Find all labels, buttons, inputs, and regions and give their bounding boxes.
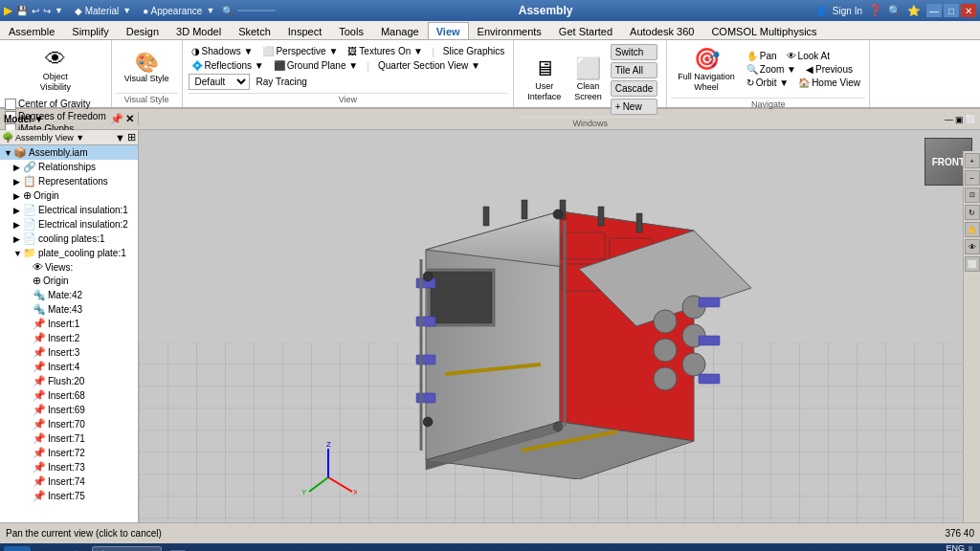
tree-expander[interactable]: ▶ bbox=[13, 177, 23, 187]
user-interface-button[interactable]: 🖥 User Interface bbox=[523, 54, 566, 105]
full-nav-wheel-button[interactable]: 🎯 Full Navigation Wheel bbox=[673, 44, 740, 96]
orbit-button[interactable]: ↻ Orbit ▼ bbox=[744, 77, 791, 89]
search-icon[interactable]: 🔍 bbox=[222, 6, 234, 16]
sidebar-close-icon[interactable]: ✕ bbox=[125, 113, 134, 125]
taskbar-app3[interactable]: 📊 bbox=[164, 546, 191, 551]
sign-in-icon[interactable]: 👤 bbox=[815, 6, 827, 16]
new-button[interactable]: + New bbox=[611, 99, 657, 115]
tab-get-started[interactable]: Get Started bbox=[550, 22, 621, 39]
shadows-button[interactable]: ◑ Shadows ▼ bbox=[189, 45, 256, 57]
quick-access-save[interactable]: 💾 bbox=[16, 6, 28, 16]
tab-view[interactable]: View bbox=[428, 22, 469, 39]
zoom-out-button[interactable]: − bbox=[965, 170, 980, 186]
taskbar-app5[interactable]: 🎵 bbox=[223, 546, 251, 551]
tree-item[interactable]: 📌Insert:72 bbox=[0, 446, 138, 460]
center-of-gravity-checkbox[interactable] bbox=[5, 99, 16, 110]
tree-item[interactable]: 📌Insert:73 bbox=[0, 460, 138, 474]
tree-item[interactable]: ⊕Origin bbox=[0, 274, 138, 288]
tree-item[interactable]: ▶⊕Origin bbox=[0, 188, 138, 203]
tree-item[interactable]: ▶🔗Relationships bbox=[0, 160, 138, 174]
taskbar-app7[interactable]: 🖥 bbox=[282, 546, 307, 551]
viewport-maximize-icon[interactable]: ⬜ bbox=[966, 115, 976, 124]
tree-item[interactable]: ▼📁plate_cooling plate:1 bbox=[0, 246, 138, 260]
slice-graphics-button[interactable]: Slice Graphics bbox=[440, 45, 507, 57]
center-of-gravity-toggle[interactable]: Center of Gravity bbox=[5, 99, 106, 110]
taskbar-inventor[interactable]: 🔧 Assembly bbox=[92, 546, 162, 551]
minimize-button[interactable]: — bbox=[926, 4, 942, 17]
quarter-section-button[interactable]: Quarter Section View ▼ bbox=[375, 59, 483, 72]
zoom-button[interactable]: 🔍 Zoom ▼ bbox=[744, 63, 799, 76]
maximize-button[interactable]: □ bbox=[944, 4, 959, 17]
tree-item[interactable]: 📌Insert:74 bbox=[0, 474, 138, 489]
tree-expander[interactable]: ▶ bbox=[13, 220, 23, 230]
cascade-button[interactable]: Cascade bbox=[611, 80, 657, 97]
tab-comsol[interactable]: COMSOL Multiphysics bbox=[702, 22, 825, 39]
tree-expander[interactable]: ▼ bbox=[4, 148, 13, 158]
tree-item[interactable]: 📌Insert:70 bbox=[0, 417, 138, 431]
tile-all-button[interactable]: Tile All bbox=[611, 62, 657, 78]
taskbar-app8[interactable]: 🔒 bbox=[309, 546, 337, 551]
tab-manage[interactable]: Manage bbox=[372, 22, 428, 39]
ray-tracing-button[interactable]: Ray Tracing bbox=[254, 76, 310, 88]
tab-tools[interactable]: Tools bbox=[330, 22, 372, 39]
tree-item[interactable]: 📌Insert:3 bbox=[0, 345, 138, 360]
tab-simplify[interactable]: Simplify bbox=[63, 22, 118, 39]
tree-item[interactable]: 👁Views: bbox=[0, 260, 138, 274]
tree-item[interactable]: 📌Insert:1 bbox=[0, 317, 138, 331]
tree-expander[interactable]: ▶ bbox=[13, 163, 23, 172]
perspective-button[interactable]: ⬜ Perspective ▼ bbox=[259, 45, 341, 57]
pan-button[interactable]: ✋ Pan bbox=[744, 50, 780, 62]
textures-button[interactable]: 🖼 Textures On ▼ bbox=[345, 45, 426, 57]
tree-expander[interactable]: ▶ bbox=[13, 191, 23, 201]
search-placeholder[interactable] bbox=[237, 10, 276, 11]
tree-item[interactable]: 📌Insert:75 bbox=[0, 489, 138, 503]
tree-item[interactable]: 📌Insert:68 bbox=[0, 388, 138, 403]
previous-button[interactable]: ◀ Previous bbox=[803, 63, 856, 76]
taskbar-browser[interactable]: 🌐 bbox=[62, 546, 90, 551]
ground-plane-button[interactable]: ⬛ Ground Plane ▼ bbox=[271, 59, 361, 72]
filter-icon[interactable]: ▼ bbox=[115, 132, 125, 143]
quick-access-dropdown[interactable]: ▼ bbox=[55, 6, 63, 15]
taskbar-hp-app[interactable]: 🏠 bbox=[33, 546, 60, 551]
quick-access-undo[interactable]: ↩ bbox=[32, 6, 39, 16]
tree-expander[interactable]: ▶ bbox=[13, 234, 23, 244]
tree-item[interactable]: 📌Insert:4 bbox=[0, 360, 138, 374]
tree-item[interactable]: 📌Insert:2 bbox=[0, 331, 138, 345]
taskbar-app6[interactable]: 📺 bbox=[253, 546, 280, 551]
star-icon[interactable]: ⭐ bbox=[907, 5, 921, 17]
visual-style-button[interactable]: 🎨 Visual Style bbox=[120, 48, 174, 87]
search-ribbon-icon[interactable]: 🔍 bbox=[888, 5, 902, 17]
viewport-minimize-icon[interactable]: — bbox=[945, 115, 953, 124]
tree-item[interactable]: ▶📄Electrical insulation:1 bbox=[0, 203, 138, 217]
tree-item[interactable]: 📌Flush:20 bbox=[0, 374, 138, 388]
tree-expander[interactable]: ▶ bbox=[13, 206, 23, 215]
tree-item[interactable]: ▶📄Electrical insulation:2 bbox=[0, 217, 138, 231]
start-button[interactable]: ⊞ bbox=[4, 546, 31, 551]
appearance-style-select[interactable]: Default Realistic Shaded bbox=[189, 74, 250, 90]
home-view-button[interactable]: 🏠 Home View bbox=[795, 77, 863, 89]
tree-expander[interactable]: ▼ bbox=[13, 249, 23, 258]
sign-in-label[interactable]: Sign In bbox=[833, 6, 862, 16]
taskbar-app4[interactable]: 📁 bbox=[193, 546, 221, 551]
rotate-button[interactable]: ↻ bbox=[965, 205, 980, 220]
tab-assemble[interactable]: Assemble bbox=[0, 22, 63, 39]
look-button[interactable]: 👁 bbox=[965, 239, 980, 254]
show-desktop-button[interactable] bbox=[969, 546, 972, 551]
clean-screen-button[interactable]: ⬜ Clean Screen bbox=[569, 54, 607, 105]
object-visibility-button[interactable]: 👁 Object Visibility bbox=[35, 44, 76, 96]
viewport-restore-icon[interactable]: ▣ bbox=[955, 115, 964, 124]
assembly-view-dropdown[interactable]: 🌳 Assembly View ▼ bbox=[2, 132, 113, 143]
close-button[interactable]: ✕ bbox=[961, 4, 976, 17]
sidebar-pin-icon[interactable]: 📌 bbox=[110, 113, 123, 125]
tab-sketch[interactable]: Sketch bbox=[230, 22, 279, 39]
switch-button[interactable]: Switch bbox=[611, 44, 657, 60]
look-at-button[interactable]: 👁 Look At bbox=[784, 50, 833, 62]
reflections-button[interactable]: 💠 Reflections ▼ bbox=[189, 59, 267, 72]
help-icon[interactable]: ❓ bbox=[868, 4, 882, 17]
tree-item[interactable]: 🔩Mate:42 bbox=[0, 288, 138, 302]
model-label[interactable]: Model ▼ bbox=[4, 114, 44, 124]
tab-design[interactable]: Design bbox=[118, 22, 167, 39]
tree-item[interactable]: ▼📦Assembly.iam bbox=[0, 145, 138, 160]
wireframe-button[interactable]: ⬜ bbox=[965, 256, 980, 272]
tree-item[interactable]: 📌Insert:71 bbox=[0, 431, 138, 446]
